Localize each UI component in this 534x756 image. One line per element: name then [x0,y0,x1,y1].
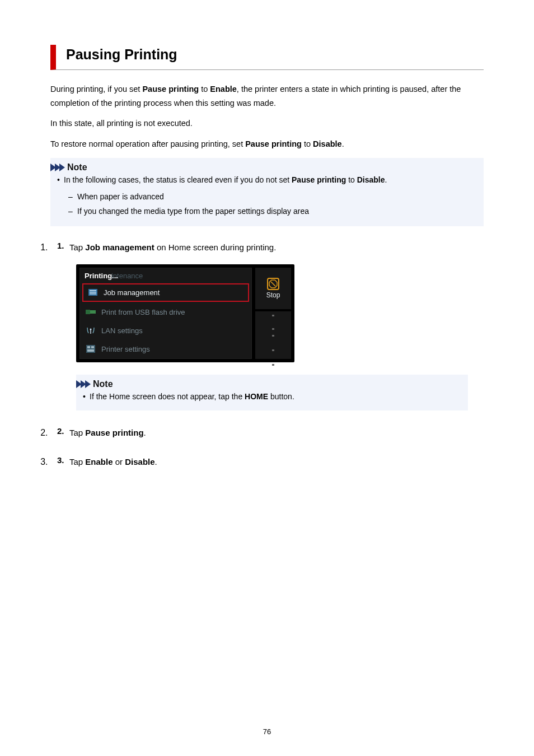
menu-label-printer-settings: Printer settings [101,345,150,353]
note-header-label: Note [67,162,87,172]
menu-label-job-management: Job management [104,288,160,297]
intro-paragraph-2: In this state, all printing is not execu… [50,116,484,130]
note2-bullet: If the Home screen does not appear, tap … [83,390,461,404]
list-icon [88,288,98,296]
page-number: 76 [0,727,534,736]
svg-rect-3 [90,293,96,295]
menu-item-job-management[interactable]: Job management [82,283,249,302]
step-1-number: 1. [57,241,64,250]
menu-item-lan[interactable]: LAN settings [80,321,251,340]
note1-sub1: When paper is advanced [77,190,477,204]
svg-line-13 [271,282,275,286]
scrollbar-track[interactable] [255,311,291,359]
printer-screen: Printing...intenance Job management [76,264,294,362]
intro-paragraph-1: During printing, if you set Pause printi… [50,82,484,110]
note1-sub2: If you changed the media type from the p… [77,204,477,218]
settings-icon [86,345,96,353]
svg-rect-10 [91,346,94,348]
antenna-icon [86,326,96,334]
step-2-number: 2. [57,426,64,436]
svg-rect-1 [90,290,96,291]
stop-icon [267,278,279,290]
note-box-2: Note If the Home screen does not appear,… [76,375,468,410]
note1-bullet: In the following cases, the status is cl… [57,174,477,187]
step-2: 2. Tap Pause printing. [50,426,484,440]
svg-rect-7 [90,329,91,334]
page-title-container: Pausing Printing [50,45,484,70]
note-arrows-icon [50,164,64,171]
usb-icon [86,308,96,316]
svg-rect-5 [90,310,96,314]
step-3: 3. Tap Enable or Disable. [50,455,484,469]
intro-paragraph-3: To restore normal operation after pausin… [50,137,484,151]
menu-item-printer-settings[interactable]: Printer settings [80,340,251,358]
menu-label-usb: Print from USB flash drive [101,308,185,316]
note-header: Note [50,158,484,174]
step-1: 1. Tap Job management on Home screen dur… [50,241,484,410]
svg-rect-4 [86,310,90,314]
note2-header-label: Note [93,379,113,389]
page-title: Pausing Printing [66,46,484,63]
screen-status-header: Printing...intenance [80,268,251,282]
stop-button[interactable]: Stop [255,268,291,309]
stop-label: Stop [266,291,280,299]
screen-main-panel: Printing...intenance Job management [79,268,252,359]
svg-rect-9 [87,346,90,348]
svg-rect-2 [90,292,96,293]
menu-label-lan: LAN settings [101,326,143,335]
note-box-1: Note In the following cases, the status … [50,158,484,226]
svg-rect-11 [87,349,94,352]
note-arrows-icon [76,380,90,388]
note2-header: Note [76,375,468,390]
menu-item-usb[interactable]: Print from USB flash drive [80,303,251,321]
step-3-number: 3. [57,455,64,465]
